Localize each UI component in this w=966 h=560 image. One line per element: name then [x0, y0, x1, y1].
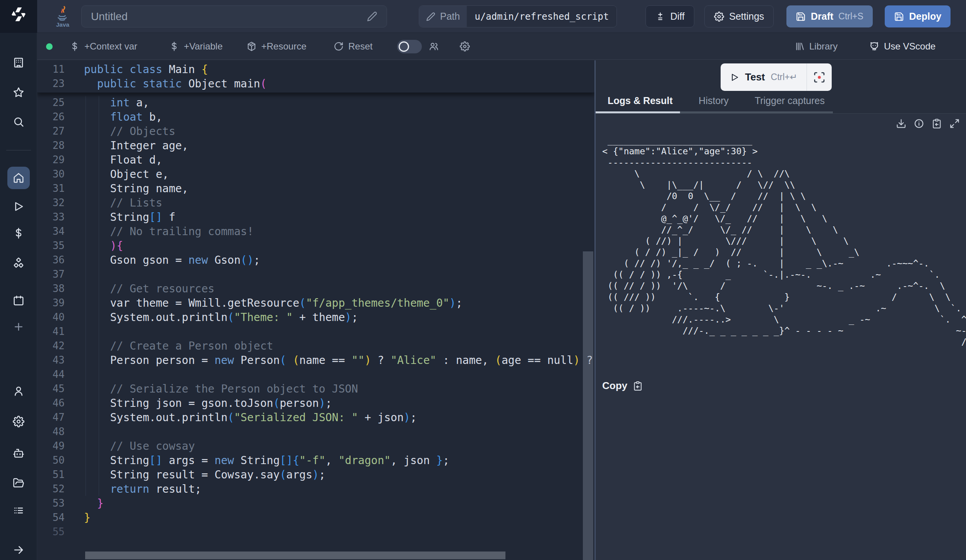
code-editor[interactable]: 25 int a,26 float b,27 // Objects28 Inte… — [37, 60, 594, 560]
line-number: 29 — [37, 153, 65, 167]
deploy-button[interactable]: Deploy — [885, 5, 951, 27]
collaborators-button[interactable] — [429, 33, 439, 60]
test-label: Test — [745, 71, 765, 83]
code-line[interactable]: 48 — [37, 425, 594, 439]
windmill-logo-icon[interactable] — [10, 6, 27, 22]
sidebar-item-workspace[interactable] — [0, 57, 37, 68]
code-line[interactable]: 34 // No trailing commas! — [37, 224, 594, 239]
test-button[interactable]: Test Ctrl+↵ — [721, 63, 832, 91]
settings-button[interactable]: Settings — [704, 5, 774, 27]
expand-icon[interactable] — [949, 118, 960, 129]
sidebar-item-variables[interactable] — [0, 227, 37, 239]
code-text: // Get resources — [84, 282, 214, 296]
sidebar-item-add[interactable] — [0, 321, 37, 333]
sidebar-collapse[interactable] — [0, 544, 37, 556]
sidebar-item-account[interactable] — [0, 385, 37, 397]
code-line[interactable]: 42 // Create a Person object — [37, 339, 594, 353]
code-line[interactable]: 32 // Lists — [37, 196, 594, 210]
save-icon — [796, 12, 806, 22]
add-variable-button[interactable]: +Variable — [169, 33, 223, 60]
diff-button[interactable]: Diff — [646, 5, 694, 27]
code-line[interactable]: 30 Object e, — [37, 167, 594, 181]
code-line[interactable]: 28 Integer age, — [37, 138, 594, 153]
code-line[interactable]: 43 Person person = new Person( (name == … — [37, 353, 594, 367]
code-line[interactable]: 37 — [37, 267, 594, 282]
sidebar — [0, 0, 37, 560]
path-value[interactable]: u/admin/refreshed_script — [467, 6, 617, 27]
code-line[interactable]: 25 int a, — [37, 96, 594, 110]
code-line[interactable]: 55 — [37, 525, 594, 539]
info-icon[interactable] — [914, 118, 924, 129]
sidebar-item-search[interactable] — [0, 116, 37, 128]
topbar: Java Untitled Path u/admin/refreshed_scr… — [37, 0, 966, 33]
script-title-input[interactable]: Untitled — [81, 5, 387, 27]
code-line[interactable]: 38 // Get resources — [37, 282, 594, 296]
assistant-toggle[interactable] — [397, 40, 422, 53]
active-nav-highlight — [7, 167, 30, 189]
horizontal-scrollbar[interactable] — [85, 551, 505, 559]
use-vscode-button[interactable]: Use VScode — [869, 33, 935, 60]
code-line[interactable]: 51 String result = Cowsay.say(args); — [37, 468, 594, 482]
code-line[interactable]: 41 — [37, 324, 594, 339]
code-line[interactable]: 23 public static Object main( — [37, 77, 594, 91]
reset-button[interactable]: Reset — [334, 33, 373, 60]
code-line[interactable]: 40 System.out.println("Theme: " + theme)… — [37, 310, 594, 324]
code-line[interactable]: 49 // Use cowsay — [37, 439, 594, 453]
code-line[interactable]: 31 String name, — [37, 181, 594, 196]
sidebar-item-home[interactable] — [0, 167, 37, 189]
sidebar-item-favorites[interactable] — [0, 87, 37, 98]
library-button[interactable]: Library — [795, 33, 838, 60]
code-line[interactable]: 35 ){ — [37, 239, 594, 253]
line-number: 47 — [37, 410, 65, 425]
code-line[interactable]: 52 return result; — [37, 482, 594, 496]
tab-trigger-captures[interactable]: Trigger captures — [755, 95, 825, 106]
sidebar-item-settings[interactable] — [0, 416, 37, 427]
sidebar-item-folders[interactable] — [0, 477, 37, 489]
plus-icon — [13, 321, 24, 333]
code-line[interactable]: 47 System.out.println("Serialized JSON: … — [37, 410, 594, 425]
add-context-var-button[interactable]: +Context var — [70, 33, 137, 60]
editor-settings-button[interactable] — [460, 33, 470, 60]
add-resource-button[interactable]: +Resource — [247, 33, 307, 60]
code-line[interactable]: 45 // Serialize the Person object to JSO… — [37, 382, 594, 396]
diff-icon — [655, 12, 665, 22]
building-icon — [13, 57, 24, 68]
context-var-label: +Context var — [84, 41, 137, 52]
sidebar-logo-cell — [0, 0, 37, 33]
code-line[interactable]: 46 String json = gson.toJson(person); — [37, 396, 594, 410]
tab-logs-result[interactable]: Logs & Result — [608, 95, 673, 106]
code-text: // No trailing commas! — [84, 224, 253, 239]
code-line[interactable]: 39 var theme = Wmill.getResource("f/app_… — [37, 296, 594, 310]
code-line[interactable]: 29 Float d, — [37, 153, 594, 167]
code-line[interactable]: 11public class Main { — [37, 62, 594, 77]
star-icon — [13, 87, 24, 98]
line-number: 55 — [37, 525, 65, 539]
right-panel: Test Ctrl+↵ Logs & ResultHistoryTrigger … — [596, 60, 966, 560]
code-line[interactable]: 36 Gson gson = new Gson(); — [37, 253, 594, 267]
capture-button[interactable] — [807, 63, 832, 91]
code-line[interactable]: 50 String[] args = new String[]{"-f", "d… — [37, 453, 594, 468]
download-icon[interactable] — [896, 118, 906, 129]
clipboard-icon[interactable] — [932, 118, 942, 129]
code-line[interactable]: 54} — [37, 510, 594, 525]
pencil-icon[interactable] — [367, 11, 377, 22]
path-control[interactable]: Path u/admin/refreshed_script — [419, 5, 617, 27]
copy-label: Copy — [602, 380, 627, 392]
code-line[interactable]: 33 String[] f — [37, 210, 594, 224]
code-text: // Objects — [84, 124, 175, 138]
code-line[interactable]: 44 — [37, 367, 594, 382]
tab-history[interactable]: History — [699, 95, 729, 106]
code-line[interactable]: 27 // Objects — [37, 124, 594, 138]
sidebar-item-ai[interactable] — [0, 447, 37, 459]
code-line[interactable]: 53 } — [37, 496, 594, 510]
sidebar-item-runs[interactable] — [0, 201, 37, 212]
draft-button[interactable]: Draft Ctrl+S — [786, 5, 873, 27]
sidebar-item-logs[interactable] — [0, 505, 37, 516]
vertical-scrollbar[interactable] — [583, 251, 593, 560]
code-text: String name, — [84, 181, 188, 196]
sidebar-item-schedules[interactable] — [0, 295, 37, 306]
sidebar-item-resources[interactable] — [0, 258, 37, 269]
code-line[interactable]: 26 float b, — [37, 110, 594, 124]
test-button-main[interactable]: Test Ctrl+↵ — [721, 63, 807, 91]
copy-result-button[interactable]: Copy — [602, 380, 643, 392]
